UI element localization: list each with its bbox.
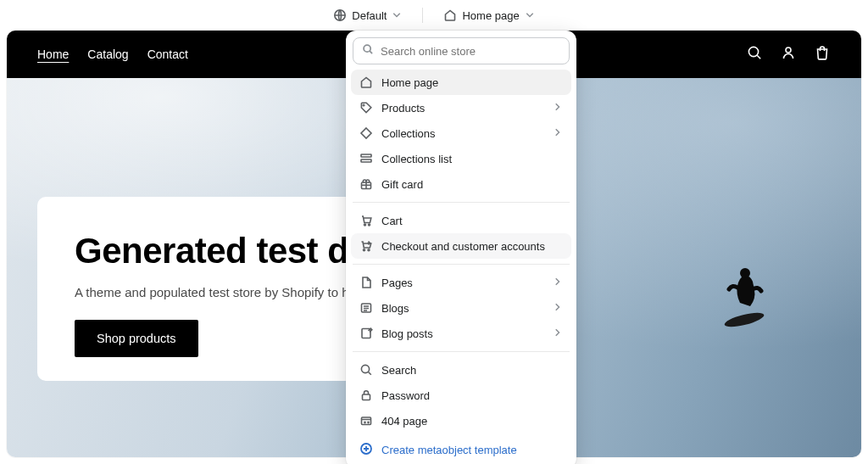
template-menu: Home pageProductsCollectionsCollections … — [351, 70, 571, 433]
chevron-right-icon — [553, 127, 563, 140]
menu-item-label: Blogs — [381, 302, 544, 315]
cart-icon — [359, 214, 373, 227]
menu-item-blogs[interactable]: Blogs — [351, 295, 571, 321]
menu-separator — [353, 202, 570, 203]
menu-item-password[interactable]: Password — [351, 383, 571, 408]
account-icon[interactable] — [780, 44, 797, 64]
menu-item-label: Pages — [381, 277, 544, 289]
nav-home[interactable]: Home — [37, 48, 69, 61]
theme-selector-label: Default — [352, 9, 387, 22]
svg-point-17 — [723, 310, 765, 329]
menu-item-label: Password — [381, 389, 563, 402]
hero-image-subject — [721, 260, 768, 332]
menu-item-label: Gift card — [381, 178, 563, 191]
template-dropdown: Home pageProductsCollectionsCollections … — [346, 31, 576, 464]
404-icon — [359, 414, 373, 428]
menu-item-blog-posts[interactable]: Blog posts — [351, 321, 571, 346]
menu-item-home-page[interactable]: Home page — [351, 70, 571, 95]
editor-topbar: Default Home page — [0, 0, 868, 31]
lock-icon — [359, 389, 373, 402]
chevron-right-icon — [553, 277, 563, 289]
menu-item-label: Products — [381, 102, 544, 115]
create-metaobject-link[interactable]: Create metaobject template — [351, 433, 571, 463]
menu-item-checkout-and-customer-accounts[interactable]: Checkout and customer accounts — [351, 233, 571, 259]
menu-separator — [353, 264, 570, 265]
svg-point-18 — [740, 268, 750, 278]
menu-item-label: Home page — [381, 76, 563, 89]
gift-icon — [359, 177, 373, 191]
menu-item-collections[interactable]: Collections — [351, 120, 571, 146]
plus-circle-icon — [359, 442, 373, 458]
globe-icon — [333, 8, 347, 22]
menu-item-collections-list[interactable]: Collections list — [351, 146, 571, 171]
chevron-right-icon — [553, 102, 563, 115]
menu-item-label: Collections list — [381, 153, 563, 165]
menu-item-404-page[interactable]: 404 page — [351, 408, 571, 433]
store-nav: Home Catalog Contact — [37, 48, 188, 61]
search-field-wrap[interactable] — [353, 37, 570, 64]
page-icon — [359, 276, 373, 289]
tag-icon — [359, 101, 373, 115]
header-icons — [746, 44, 831, 64]
blog-icon — [359, 301, 373, 315]
post-icon — [359, 327, 373, 340]
menu-item-cart[interactable]: Cart — [351, 208, 571, 233]
template-selector[interactable]: Home page — [438, 5, 539, 25]
collections-list-icon — [359, 152, 373, 165]
menu-item-label: Checkout and customer accounts — [381, 240, 563, 253]
nav-contact[interactable]: Contact — [147, 48, 188, 61]
menu-item-search[interactable]: Search — [351, 357, 571, 383]
menu-item-label: 404 page — [381, 415, 563, 428]
menu-item-label: Blog posts — [381, 327, 544, 340]
chevron-right-icon — [553, 327, 563, 340]
chevron-down-icon — [392, 10, 402, 20]
create-metaobject-label: Create metaobject template — [381, 444, 517, 456]
nav-catalog[interactable]: Catalog — [87, 48, 128, 61]
diamond-icon — [359, 126, 373, 140]
menu-separator — [353, 351, 570, 352]
menu-item-products[interactable]: Products — [351, 95, 571, 120]
home-icon — [359, 75, 373, 89]
home-icon — [443, 8, 457, 22]
menu-item-label: Search — [381, 364, 563, 377]
search-icon — [359, 363, 373, 377]
menu-item-pages[interactable]: Pages — [351, 270, 571, 295]
theme-selector[interactable]: Default — [328, 5, 407, 25]
separator — [422, 8, 423, 23]
menu-item-label: Cart — [381, 215, 563, 227]
checkout-icon — [359, 239, 373, 253]
template-selector-label: Home page — [462, 9, 519, 22]
svg-point-16 — [748, 47, 758, 56]
chevron-down-icon — [525, 10, 535, 20]
menu-item-label: Collections — [381, 127, 544, 140]
chevron-right-icon — [553, 302, 563, 315]
menu-item-gift-card[interactable]: Gift card — [351, 171, 571, 197]
search-icon[interactable] — [746, 44, 763, 64]
cart-icon[interactable] — [814, 44, 831, 64]
search-input[interactable] — [381, 45, 560, 58]
hero-cta-button[interactable]: Shop products — [75, 320, 198, 357]
search-icon — [362, 43, 374, 59]
